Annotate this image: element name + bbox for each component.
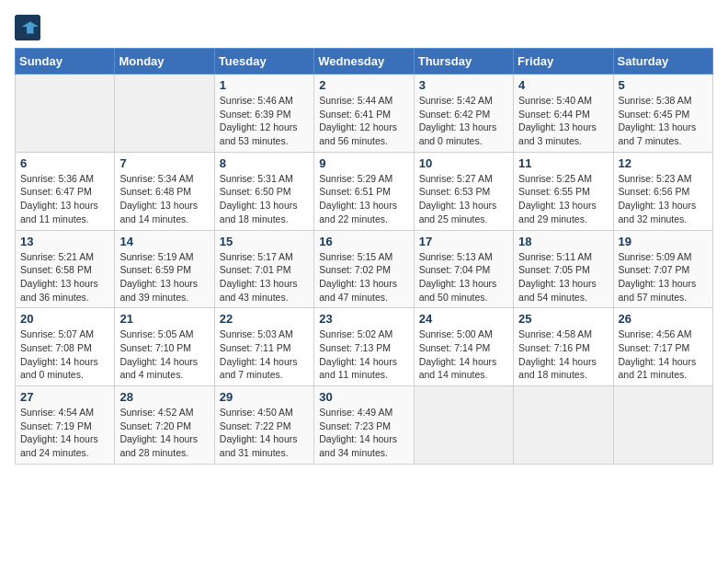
logo-icon	[15, 15, 40, 40]
calendar-cell: 25Sunrise: 4:58 AM Sunset: 7:16 PM Dayli…	[514, 308, 613, 386]
day-info: Sunrise: 4:49 AM Sunset: 7:23 PM Dayligh…	[319, 406, 408, 460]
calendar-cell: 30Sunrise: 4:49 AM Sunset: 7:23 PM Dayli…	[314, 386, 414, 465]
calendar-header: SundayMondayTuesdayWednesdayThursdayFrid…	[16, 49, 713, 75]
day-info: Sunrise: 5:38 AM Sunset: 6:45 PM Dayligh…	[619, 94, 708, 148]
day-info: Sunrise: 5:25 AM Sunset: 6:55 PM Dayligh…	[518, 172, 608, 226]
day-number: 28	[119, 390, 209, 404]
calendar-cell: 28Sunrise: 4:52 AM Sunset: 7:20 PM Dayli…	[115, 386, 214, 465]
day-number: 19	[619, 235, 708, 248]
day-number: 16	[319, 235, 408, 248]
weekday-header-monday: Monday	[115, 49, 214, 75]
day-info: Sunrise: 5:21 AM Sunset: 6:58 PM Dayligh…	[20, 250, 109, 304]
calendar-cell	[613, 386, 712, 465]
calendar-week-4: 20Sunrise: 5:07 AM Sunset: 7:08 PM Dayli…	[16, 308, 713, 386]
day-number: 14	[119, 235, 209, 248]
day-number: 17	[419, 235, 508, 248]
day-number: 26	[619, 312, 708, 326]
calendar-cell: 18Sunrise: 5:11 AM Sunset: 7:05 PM Dayli…	[514, 230, 613, 308]
calendar-cell: 23Sunrise: 5:02 AM Sunset: 7:13 PM Dayli…	[314, 308, 414, 386]
calendar-cell: 10Sunrise: 5:27 AM Sunset: 6:53 PM Dayli…	[414, 152, 513, 230]
day-info: Sunrise: 5:02 AM Sunset: 7:13 PM Dayligh…	[319, 327, 408, 382]
day-info: Sunrise: 5:42 AM Sunset: 6:42 PM Dayligh…	[419, 94, 508, 148]
day-info: Sunrise: 5:31 AM Sunset: 6:50 PM Dayligh…	[220, 172, 309, 226]
day-number: 1	[220, 78, 309, 92]
calendar-cell: 1Sunrise: 5:46 AM Sunset: 6:39 PM Daylig…	[214, 75, 313, 153]
day-info: Sunrise: 5:15 AM Sunset: 7:02 PM Dayligh…	[319, 250, 408, 304]
calendar-week-2: 6Sunrise: 5:36 AM Sunset: 6:47 PM Daylig…	[16, 152, 713, 230]
calendar-cell: 15Sunrise: 5:17 AM Sunset: 7:01 PM Dayli…	[214, 230, 313, 308]
calendar-cell: 20Sunrise: 5:07 AM Sunset: 7:08 PM Dayli…	[16, 308, 115, 386]
calendar-cell: 2Sunrise: 5:44 AM Sunset: 6:41 PM Daylig…	[314, 75, 414, 153]
day-number: 6	[20, 156, 109, 170]
day-number: 24	[419, 312, 508, 326]
day-info: Sunrise: 4:50 AM Sunset: 7:22 PM Dayligh…	[220, 406, 309, 460]
calendar-cell: 16Sunrise: 5:15 AM Sunset: 7:02 PM Dayli…	[314, 230, 414, 308]
day-number: 30	[319, 390, 408, 404]
day-number: 4	[518, 78, 608, 92]
day-info: Sunrise: 5:07 AM Sunset: 7:08 PM Dayligh…	[20, 327, 109, 382]
calendar-cell: 4Sunrise: 5:40 AM Sunset: 6:44 PM Daylig…	[514, 75, 613, 153]
day-number: 20	[20, 312, 109, 326]
day-number: 18	[518, 235, 608, 248]
day-info: Sunrise: 5:09 AM Sunset: 7:07 PM Dayligh…	[619, 250, 708, 304]
calendar-cell: 11Sunrise: 5:25 AM Sunset: 6:55 PM Dayli…	[514, 152, 613, 230]
page-header	[15, 15, 713, 40]
day-number: 7	[119, 156, 209, 170]
calendar-cell: 12Sunrise: 5:23 AM Sunset: 6:56 PM Dayli…	[613, 152, 712, 230]
day-info: Sunrise: 4:58 AM Sunset: 7:16 PM Dayligh…	[518, 327, 608, 382]
weekday-header-thursday: Thursday	[414, 49, 513, 75]
calendar: SundayMondayTuesdayWednesdayThursdayFrid…	[15, 48, 713, 465]
day-info: Sunrise: 5:40 AM Sunset: 6:44 PM Dayligh…	[518, 94, 608, 148]
calendar-cell: 26Sunrise: 4:56 AM Sunset: 7:17 PM Dayli…	[613, 308, 712, 386]
weekday-header-friday: Friday	[514, 49, 613, 75]
day-info: Sunrise: 5:44 AM Sunset: 6:41 PM Dayligh…	[319, 94, 408, 148]
day-number: 5	[619, 78, 708, 92]
calendar-cell	[514, 386, 613, 465]
weekday-header-wednesday: Wednesday	[314, 49, 414, 75]
day-number: 22	[220, 312, 309, 326]
calendar-cell: 14Sunrise: 5:19 AM Sunset: 6:59 PM Dayli…	[115, 230, 214, 308]
day-number: 27	[20, 390, 109, 404]
logo	[15, 15, 44, 40]
calendar-cell: 6Sunrise: 5:36 AM Sunset: 6:47 PM Daylig…	[16, 152, 115, 230]
day-info: Sunrise: 5:29 AM Sunset: 6:51 PM Dayligh…	[319, 172, 408, 226]
calendar-cell: 13Sunrise: 5:21 AM Sunset: 6:58 PM Dayli…	[16, 230, 115, 308]
day-info: Sunrise: 5:00 AM Sunset: 7:14 PM Dayligh…	[419, 327, 508, 382]
day-info: Sunrise: 5:05 AM Sunset: 7:10 PM Dayligh…	[119, 327, 209, 382]
weekday-header-saturday: Saturday	[613, 49, 712, 75]
weekday-row: SundayMondayTuesdayWednesdayThursdayFrid…	[16, 49, 713, 75]
day-number: 21	[119, 312, 209, 326]
calendar-cell: 8Sunrise: 5:31 AM Sunset: 6:50 PM Daylig…	[214, 152, 313, 230]
day-info: Sunrise: 5:27 AM Sunset: 6:53 PM Dayligh…	[419, 172, 508, 226]
day-number: 29	[220, 390, 309, 404]
weekday-header-tuesday: Tuesday	[214, 49, 313, 75]
calendar-cell: 22Sunrise: 5:03 AM Sunset: 7:11 PM Dayli…	[214, 308, 313, 386]
day-number: 23	[319, 312, 408, 326]
day-info: Sunrise: 5:11 AM Sunset: 7:05 PM Dayligh…	[518, 250, 608, 304]
calendar-cell: 3Sunrise: 5:42 AM Sunset: 6:42 PM Daylig…	[414, 75, 513, 153]
calendar-week-1: 1Sunrise: 5:46 AM Sunset: 6:39 PM Daylig…	[16, 75, 713, 153]
calendar-cell: 21Sunrise: 5:05 AM Sunset: 7:10 PM Dayli…	[115, 308, 214, 386]
day-info: Sunrise: 4:56 AM Sunset: 7:17 PM Dayligh…	[619, 327, 708, 382]
day-number: 25	[518, 312, 608, 326]
calendar-body: 1Sunrise: 5:46 AM Sunset: 6:39 PM Daylig…	[16, 75, 713, 465]
day-number: 8	[220, 156, 309, 170]
weekday-header-sunday: Sunday	[16, 49, 115, 75]
day-info: Sunrise: 5:23 AM Sunset: 6:56 PM Dayligh…	[619, 172, 708, 226]
calendar-cell: 24Sunrise: 5:00 AM Sunset: 7:14 PM Dayli…	[414, 308, 513, 386]
calendar-cell: 29Sunrise: 4:50 AM Sunset: 7:22 PM Dayli…	[214, 386, 313, 465]
day-number: 11	[518, 156, 608, 170]
calendar-cell	[414, 386, 513, 465]
day-number: 13	[20, 235, 109, 248]
day-info: Sunrise: 5:03 AM Sunset: 7:11 PM Dayligh…	[220, 327, 309, 382]
calendar-cell: 7Sunrise: 5:34 AM Sunset: 6:48 PM Daylig…	[115, 152, 214, 230]
day-info: Sunrise: 5:19 AM Sunset: 6:59 PM Dayligh…	[119, 250, 209, 304]
day-info: Sunrise: 5:34 AM Sunset: 6:48 PM Dayligh…	[119, 172, 209, 226]
calendar-cell: 27Sunrise: 4:54 AM Sunset: 7:19 PM Dayli…	[16, 386, 115, 465]
calendar-week-3: 13Sunrise: 5:21 AM Sunset: 6:58 PM Dayli…	[16, 230, 713, 308]
day-info: Sunrise: 4:52 AM Sunset: 7:20 PM Dayligh…	[119, 406, 209, 460]
day-number: 15	[220, 235, 309, 248]
day-number: 2	[319, 78, 408, 92]
day-info: Sunrise: 5:46 AM Sunset: 6:39 PM Dayligh…	[220, 94, 309, 148]
day-info: Sunrise: 5:36 AM Sunset: 6:47 PM Dayligh…	[20, 172, 109, 226]
